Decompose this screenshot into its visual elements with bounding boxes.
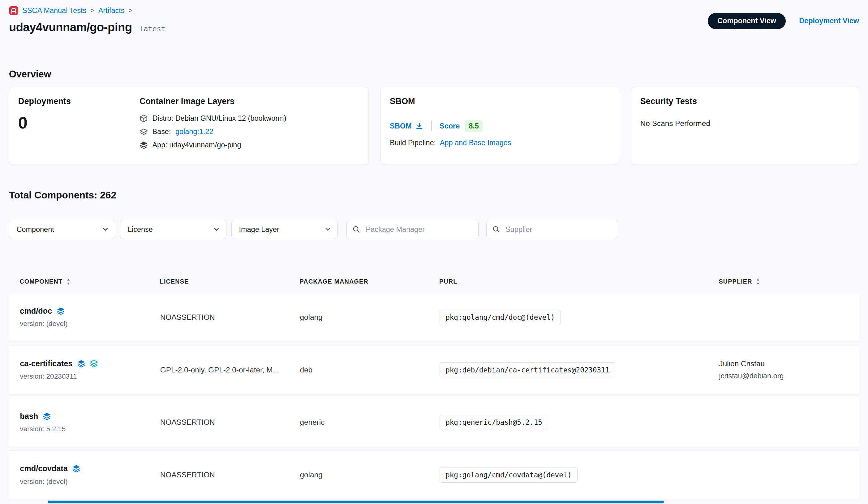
harness-logo-icon: [9, 6, 19, 16]
purl-chip[interactable]: pkg:golang/cmd/doc@(devel): [440, 310, 561, 325]
component-cell: cmd/doc version: (devel): [20, 306, 160, 328]
distro-layer-text: Distro: Debian GNU/Linux 12 (bookworm): [152, 114, 286, 123]
ssca-artifact-page: SSCA Manual Tests Artifacts uday4vunnam/…: [0, 0, 868, 504]
package-manager-cell: deb: [300, 366, 440, 374]
layers-icon: [56, 307, 65, 315]
artifact-tag: latest: [139, 24, 165, 33]
search-icon: [492, 225, 500, 233]
download-icon: [415, 122, 423, 130]
license-cell: GPL-2.0-only, GPL-2.0-or-later, M...: [160, 366, 288, 374]
component-name: ca-certificates: [20, 359, 72, 368]
sbom-card: SBOM SBOM Score 8.5 Build Pipeline: App …: [381, 87, 619, 165]
layers-icon: [77, 360, 85, 368]
column-header-package-manager: PACKAGE MANAGER: [299, 278, 439, 285]
purl-cell: pkg:deb/debian/ca-certificates@20230311: [440, 362, 719, 378]
image-layer-filter-value: Image Layer: [239, 225, 279, 234]
package-manager-cell: golang: [300, 471, 440, 479]
table-row[interactable]: bash version: 5.2.15 NOASSERTION generic…: [9, 398, 859, 447]
vertical-divider: [431, 121, 432, 131]
component-version: version: 5.2.15: [20, 425, 160, 433]
component-cell: cmd/covdata version: (devel): [20, 464, 160, 485]
column-header-supplier[interactable]: SUPPLIER: [719, 278, 859, 285]
chevron-down-icon: [324, 226, 331, 233]
component-cell: ca-certificates version: 20230311: [20, 359, 160, 381]
build-pipeline-row: Build Pipeline: App and Base Images: [390, 139, 610, 147]
app-layer-row: App: uday4vunnam/go-ping: [140, 141, 287, 149]
sbom-download-link[interactable]: SBOM: [390, 122, 423, 130]
base-image-link[interactable]: golang:1.22: [175, 128, 214, 136]
horizontal-scrollbar[interactable]: [48, 501, 664, 503]
overview-heading: Overview: [9, 69, 859, 80]
security-tests-card: Security Tests No Scans Performed: [631, 87, 859, 165]
table-row[interactable]: ca-certificates version: 20230311 GPL-2.…: [9, 345, 859, 394]
deployments-and-layers-card: Deployments 0 Container Image Layers Dis…: [9, 87, 369, 165]
purl-chip[interactable]: pkg:golang/cmd/covdata@(devel): [440, 467, 578, 483]
component-filter-value: Component: [17, 225, 54, 234]
container-image-layers-block: Container Image Layers Distro: Debian GN…: [140, 96, 287, 155]
overview-section: Overview Deployments 0 Container Image L…: [0, 69, 868, 165]
purl-cell: pkg:generic/bash@5.2.15: [440, 415, 719, 430]
header-left: SSCA Manual Tests Artifacts uday4vunnam/…: [9, 6, 165, 34]
distro-layer-row: Distro: Debian GNU/Linux 12 (bookworm): [140, 114, 287, 123]
breadcrumb-separator: [128, 7, 132, 14]
build-pipeline-label: Build Pipeline:: [390, 139, 436, 147]
sbom-score-badge: 8.5: [465, 120, 483, 132]
layers-icon-secondary: [90, 360, 98, 368]
chevron-down-icon: [102, 226, 109, 233]
supplier-cell: Julien Cristau jcristau@debian.org: [719, 360, 859, 381]
table-row[interactable]: cmd/covdata version: (devel) NOASSERTION…: [9, 451, 859, 500]
purl-cell: pkg:golang/cmd/doc@(devel): [440, 310, 719, 325]
image-layers-list: Distro: Debian GNU/Linux 12 (bookworm) B…: [140, 114, 287, 150]
layers-icon: [72, 464, 80, 473]
column-header-license: LICENSE: [160, 278, 300, 285]
page-header: SSCA Manual Tests Artifacts uday4vunnam/…: [0, 0, 868, 34]
filters-bar: Component License Image Layer: [9, 220, 859, 239]
component-version: version: (devel): [20, 320, 160, 328]
deployments-count: 0: [18, 114, 140, 131]
table-row[interactable]: cmd/doc version: (devel) NOASSERTION gol…: [9, 293, 859, 342]
package-manager-search-input[interactable]: [365, 225, 473, 234]
build-pipeline-link[interactable]: App and Base Images: [440, 139, 512, 147]
layers-icon: [43, 412, 51, 421]
app-layer-text: App: uday4vunnam/go-ping: [152, 141, 241, 149]
view-toggle: Component View Deployment View: [708, 6, 859, 29]
column-header-component[interactable]: COMPONENT: [20, 278, 160, 285]
breadcrumb: SSCA Manual Tests Artifacts: [9, 6, 165, 16]
supplier-email: jcristau@debian.org: [719, 372, 859, 380]
breadcrumb-link-artifacts[interactable]: Artifacts: [99, 7, 125, 15]
component-version: version: (devel): [20, 478, 160, 486]
deployment-view-button[interactable]: Deployment View: [799, 17, 859, 25]
distro-layer-icon: [140, 114, 148, 123]
base-layer-label: Base:: [152, 128, 171, 136]
deployments-block: Deployments 0: [18, 96, 140, 155]
page-title: uday4vunnam/go-ping: [9, 21, 132, 34]
sbom-score-row: SBOM Score 8.5: [390, 120, 610, 132]
total-components-heading: Total Components: 262: [9, 190, 859, 201]
image-layer-filter-select[interactable]: Image Layer: [231, 220, 338, 239]
app-layer-icon: [140, 141, 148, 149]
breadcrumb-link-ssca-manual-tests[interactable]: SSCA Manual Tests: [22, 7, 86, 15]
component-filter-select[interactable]: Component: [9, 220, 115, 239]
sbom-score-label: Score: [440, 122, 460, 130]
sbom-card-label: SBOM: [390, 96, 610, 106]
sort-icon: [66, 278, 71, 285]
purl-chip[interactable]: pkg:generic/bash@5.2.15: [440, 415, 548, 430]
license-cell: NOASSERTION: [160, 418, 288, 426]
components-section: Total Components: 262 Component License …: [0, 190, 868, 500]
deployments-label: Deployments: [18, 96, 140, 106]
purl-chip[interactable]: pkg:deb/debian/ca-certificates@20230311: [440, 362, 615, 378]
security-tests-status: No Scans Performed: [640, 119, 850, 128]
license-filter-select[interactable]: License: [120, 220, 226, 239]
supplier-name: Julien Cristau: [719, 360, 859, 368]
base-layer-icon: [140, 128, 148, 136]
base-layer-row: Base: golang:1.22: [140, 128, 287, 136]
component-view-button[interactable]: Component View: [708, 13, 785, 29]
overview-cards: Deployments 0 Container Image Layers Dis…: [9, 87, 859, 165]
component-name: cmd/covdata: [20, 464, 68, 473]
license-cell: NOASSERTION: [160, 471, 288, 479]
title-row: uday4vunnam/go-ping latest: [9, 21, 165, 34]
supplier-search-input[interactable]: [505, 225, 612, 234]
component-name: bash: [20, 412, 38, 421]
package-manager-search: [347, 220, 478, 239]
license-filter-value: License: [128, 225, 153, 234]
